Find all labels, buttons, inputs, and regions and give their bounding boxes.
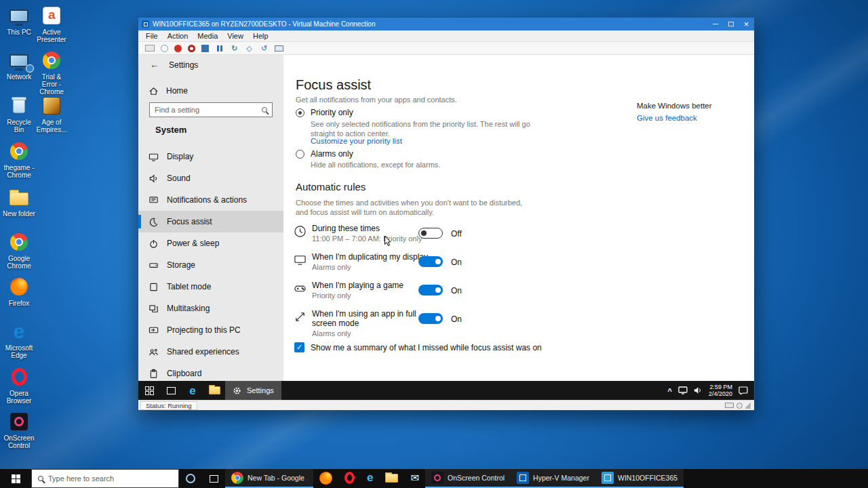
customize-priority-list-link[interactable]: Customize your priority list xyxy=(311,137,402,145)
sidebar-item-storage[interactable]: Storage xyxy=(138,254,283,276)
sidebar-item-multitasking[interactable]: Multitasking xyxy=(138,298,283,319)
alarms-only-radio[interactable] xyxy=(296,150,304,159)
vm-window-controls xyxy=(707,18,754,30)
host-start-button[interactable] xyxy=(0,469,31,488)
menu-view[interactable]: View xyxy=(222,32,248,40)
taskbar-button-opera[interactable] xyxy=(338,469,361,488)
vm-file-explorer-button[interactable] xyxy=(203,381,225,400)
vm-clock[interactable]: 2:59 PM 2/4/2020 xyxy=(709,384,732,397)
save-state-icon[interactable] xyxy=(201,45,209,52)
volume-icon[interactable] xyxy=(694,386,703,394)
windows-logo-icon xyxy=(12,474,20,483)
settings-sidebar: Settings Home System Display xyxy=(138,55,283,381)
maximize-button[interactable] xyxy=(723,18,738,30)
sidebar-item-sound[interactable]: Sound xyxy=(138,167,283,189)
revert-icon[interactable]: ↺ xyxy=(260,44,269,53)
vm-edge-button[interactable] xyxy=(182,381,203,400)
start-vm-icon[interactable] xyxy=(161,45,168,52)
taskbar-button-onscreen-control[interactable]: OnScreen Control xyxy=(425,469,511,488)
taskbar-button-mail[interactable] xyxy=(404,469,425,488)
mail-icon xyxy=(410,472,419,484)
host-search-input[interactable] xyxy=(48,474,172,483)
vm-window-title: WIN10OFFICE365 on RYZEN2700DESKTO - Virt… xyxy=(153,20,704,28)
desktop-icon-opera-browser[interactable]: Opera Browser xyxy=(3,367,35,405)
desktop-icon-onscreen-control[interactable]: OnScreen Control xyxy=(3,411,35,449)
close-button[interactable] xyxy=(738,18,754,30)
priority-only-option[interactable]: Priority only xyxy=(296,108,353,117)
menu-help[interactable]: Help xyxy=(248,32,273,40)
cortana-button[interactable] xyxy=(179,469,202,488)
desktop-icon-recycle-bin[interactable]: Recycle Bin xyxy=(3,96,35,134)
action-center-icon[interactable] xyxy=(738,386,748,394)
menu-media[interactable]: Media xyxy=(193,32,222,40)
vm-settings-taskbar-button[interactable]: Settings xyxy=(225,381,281,400)
taskbar-button-chrome-new-tab[interactable]: New Tab - Google ... xyxy=(225,469,313,488)
side-links: Make Windows better Give us feedback xyxy=(637,100,712,124)
vm-titlebar[interactable]: WIN10OFFICE365 on RYZEN2700DESKTO - Virt… xyxy=(138,18,754,30)
back-icon[interactable] xyxy=(150,60,159,70)
desktop-icon-google-chrome[interactable]: Google Chrome xyxy=(3,232,35,270)
section-label: System xyxy=(155,125,186,135)
menu-file[interactable]: File xyxy=(141,32,163,40)
reset-icon[interactable]: ↻ xyxy=(230,44,239,53)
taskbar-button-edge[interactable] xyxy=(361,469,379,488)
rule-toggle[interactable] xyxy=(418,228,443,239)
enhanced-session-icon[interactable] xyxy=(275,45,283,52)
desktop-icon-age-of-empires[interactable]: Age of Empires... xyxy=(35,96,68,134)
vm-task-view-button[interactable] xyxy=(160,381,182,400)
ctrl-alt-del-icon[interactable] xyxy=(145,45,155,52)
desktop-icon-firefox[interactable]: Firefox xyxy=(3,277,35,307)
sidebar-item-projecting[interactable]: Projecting to this PC xyxy=(138,319,283,341)
network-tray-icon[interactable] xyxy=(678,386,688,394)
sidebar-item-focus-assist[interactable]: Focus assist xyxy=(138,211,283,232)
settings-search-box[interactable] xyxy=(149,102,273,117)
summary-checkbox[interactable] xyxy=(294,342,304,352)
resize-grip[interactable] xyxy=(745,402,751,409)
taskbar-button-hyperv-manager[interactable]: Hyper-V Manager xyxy=(511,469,595,488)
rule-playing-game[interactable]: When I'm playing a game Priority only On xyxy=(294,281,741,310)
checkpoint-icon[interactable]: ◇ xyxy=(245,44,254,53)
host-task-view-button[interactable] xyxy=(202,469,225,488)
onscreen-control-icon xyxy=(3,411,35,432)
desktop-icon-active-presenter[interactable]: Active Presenter xyxy=(35,5,68,43)
sidebar-item-clipboard[interactable]: Clipboard xyxy=(138,363,283,381)
turn-off-icon[interactable] xyxy=(174,45,182,52)
taskbar-button-firefox[interactable] xyxy=(313,469,338,488)
desktop-icon-thegame-chrome[interactable]: thegame - Chrome xyxy=(3,141,35,179)
rule-during-these-times[interactable]: During these times 11:00 PM – 7:00 AM: P… xyxy=(294,224,741,253)
sidebar-item-home[interactable]: Home xyxy=(138,81,283,101)
rule-toggle[interactable] xyxy=(418,313,443,324)
taskbar-button-file-explorer[interactable] xyxy=(379,469,404,488)
rule-duplicating-display[interactable]: When I'm duplicating my display Alarms o… xyxy=(294,252,741,282)
make-windows-better-link[interactable]: Make Windows better xyxy=(637,100,712,112)
desktop-icon-this-pc[interactable]: This PC xyxy=(3,5,35,36)
settings-search-input[interactable] xyxy=(155,106,262,114)
alarms-only-option[interactable]: Alarms only xyxy=(296,149,353,159)
rule-toggle[interactable] xyxy=(418,285,443,296)
priority-only-radio[interactable] xyxy=(296,108,304,117)
rule-fullscreen-app[interactable]: When I'm using an app in full screen mod… xyxy=(294,309,741,347)
summary-checkbox-row[interactable]: Show me a summary of what I missed while… xyxy=(294,342,542,352)
sidebar-item-shared-experiences[interactable]: Shared experiences xyxy=(138,341,283,363)
menu-action[interactable]: Action xyxy=(163,32,193,40)
desktop-icon-trial-and-error-chrome[interactable]: Trial & Error - Chrome xyxy=(35,50,68,96)
pause-icon[interactable] xyxy=(215,44,224,53)
rule-toggle[interactable] xyxy=(418,256,443,267)
minimize-button[interactable] xyxy=(707,18,723,30)
gear-icon xyxy=(233,386,241,395)
vm-start-button[interactable] xyxy=(138,381,160,400)
clock-icon xyxy=(294,225,307,238)
give-feedback-link[interactable]: Give us feedback xyxy=(637,112,712,124)
desktop-icon-microsoft-edge[interactable]: Microsoft Edge xyxy=(3,321,35,359)
host-search-box[interactable] xyxy=(31,469,179,488)
shut-down-icon[interactable] xyxy=(188,45,195,52)
taskbar-button-vm-connection[interactable]: WIN10OFFICE365 o... xyxy=(595,469,684,488)
tray-chevron-icon[interactable] xyxy=(668,384,672,396)
desktop-icon-network[interactable]: Network xyxy=(3,50,35,81)
sidebar-item-notifications[interactable]: Notifications & actions xyxy=(138,189,283,211)
task-view-icon xyxy=(167,387,176,394)
sidebar-item-display[interactable]: Display xyxy=(138,146,283,167)
sidebar-item-power-sleep[interactable]: Power & sleep xyxy=(138,232,283,254)
sidebar-item-tablet-mode[interactable]: Tablet mode xyxy=(138,276,283,298)
desktop-icon-new-folder[interactable]: New folder xyxy=(3,187,35,218)
